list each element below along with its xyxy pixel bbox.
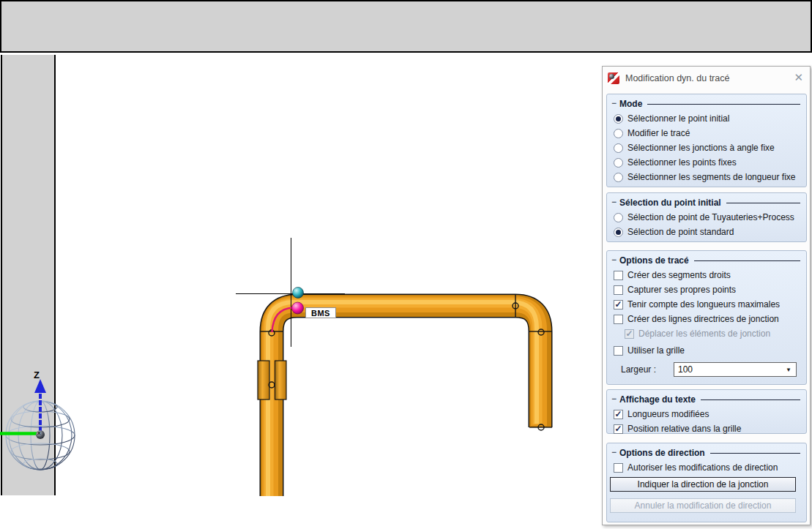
dialog-titlebar[interactable]: Modification dyn. du tracé ✕: [603, 67, 810, 90]
axis-z-label: Z: [34, 369, 40, 380]
indicate-junction-direction-button[interactable]: Indiquer la direction de la jonction: [610, 477, 796, 492]
checkbox-straight-segments[interactable]: ✓ Créer des segments droits: [607, 268, 806, 282]
radio-fixed-length-segments[interactable]: Sélectionner les segments de longueur fi…: [607, 170, 806, 184]
combobox-value: 100: [678, 364, 693, 375]
group-title-rule: [647, 104, 800, 105]
group-title-rule: [694, 260, 800, 261]
orientation-gizmo[interactable]: [0, 379, 75, 470]
group-affichage-texte-header[interactable]: − Affichage du texte: [607, 390, 806, 407]
checkbox-modified-lengths[interactable]: ✓ Longueurs modifiées: [607, 407, 806, 421]
dialog-modification-dyn-trace: Modification dyn. du tracé ✕ − Mode Séle…: [602, 66, 811, 525]
collapse-icon[interactable]: −: [611, 447, 617, 457]
checkbox-icon[interactable]: ✓: [614, 424, 623, 434]
collapse-icon[interactable]: −: [611, 98, 617, 108]
radio-fixed-angle-junctions[interactable]: Sélectionner les jonctions à angle fixe: [607, 140, 806, 155]
group-title-rule: [726, 203, 800, 203]
checkbox-icon[interactable]: ✓: [614, 410, 623, 419]
checkbox-label: Déplacer les éléments de jonction: [638, 329, 770, 339]
group-title-rule: [710, 453, 800, 454]
radio-icon[interactable]: [614, 114, 623, 124]
radio-point-standard[interactable]: Sélection de point standard: [607, 225, 806, 239]
radio-select-initial-point[interactable]: Sélectionner le point initial: [607, 111, 806, 126]
radio-label: Sélectionner les jonctions à angle fixe: [627, 143, 775, 153]
checkbox-icon: ✓: [625, 329, 634, 339]
bms-tooltip-label: BMS: [305, 307, 336, 318]
checkbox-icon[interactable]: ✓: [614, 285, 623, 295]
group-options-direction-header[interactable]: − Options de direction: [607, 443, 806, 460]
largeur-combobox[interactable]: 100 ▼: [674, 362, 797, 377]
pipe-run[interactable]: [268, 302, 540, 496]
width-label: Largeur :: [621, 364, 656, 375]
collapse-icon[interactable]: −: [611, 255, 617, 265]
group-title: Options de tracé: [619, 255, 689, 266]
checkbox-relative-grid-position[interactable]: ✓ Position relative dans la grille: [607, 421, 806, 436]
checkbox-capture-own-points[interactable]: ✓ Capturer ses propres points: [607, 282, 806, 297]
cancel-direction-change-button: Annuler la modification de direction: [610, 498, 796, 513]
checkbox-label: Capturer ses propres points: [627, 285, 736, 295]
radio-modify-route[interactable]: Modifier le tracé: [607, 126, 806, 140]
checkbox-label: Tenir compte des longueurs maximales: [627, 299, 780, 309]
radio-label: Sélectionner les segments de longueur fi…: [627, 172, 795, 182]
checkbox-use-grid[interactable]: ✓ Utiliser la grille: [607, 343, 806, 358]
radio-fixed-points[interactable]: Sélectionner les points fixes: [607, 155, 806, 170]
checkbox-label: Créer des segments droits: [627, 270, 731, 280]
checkbox-junction-guidelines[interactable]: ✓ Créer des lignes directrices de joncti…: [607, 312, 806, 326]
radio-icon[interactable]: [614, 129, 623, 138]
checkbox-icon[interactable]: ✓: [614, 300, 623, 309]
checkbox-label: Position relative dans la grille: [627, 424, 741, 434]
group-title: Sélection du point initial: [619, 198, 721, 208]
radio-label: Modifier le tracé: [627, 128, 690, 138]
checkbox-icon[interactable]: ✓: [614, 315, 623, 324]
radio-icon[interactable]: [614, 173, 623, 182]
crosshair-cursor: [236, 238, 345, 347]
group-mode: − Mode Sélectionner le point initial Mod…: [606, 94, 807, 187]
snap-point-sphere-teal[interactable]: [293, 288, 304, 299]
checkbox-label: Longueurs modifiées: [627, 409, 709, 419]
close-icon[interactable]: ✕: [794, 71, 803, 84]
radio-icon[interactable]: [614, 213, 623, 222]
initial-point-sphere-magenta[interactable]: [292, 302, 304, 314]
checkbox-move-junction-elements: ✓ Déplacer les éléments de jonction: [607, 326, 806, 341]
checkbox-allow-direction-changes[interactable]: ✓ Autoriser les modifications de directi…: [607, 460, 806, 475]
radio-point-tuyauteries-process[interactable]: Sélection de point de Tuyauteries+Proces…: [607, 210, 806, 225]
width-row: Largeur : 100 ▼: [607, 362, 806, 377]
radio-label: Sélection de point de Tuyauteries+Proces…: [627, 212, 794, 222]
checkbox-icon[interactable]: ✓: [614, 346, 623, 356]
checkbox-icon[interactable]: ✓: [614, 271, 623, 280]
group-title-rule: [701, 399, 800, 400]
group-point-initial: − Sélection du point initial Sélection d…: [606, 192, 807, 242]
dialog-title: Modification dyn. du tracé: [625, 73, 729, 83]
radio-label: Sélectionner le point initial: [627, 113, 729, 124]
checkbox-max-lengths[interactable]: ✓ Tenir compte des longueurs maximales: [607, 297, 806, 312]
group-options-direction: − Options de direction ✓ Autoriser les m…: [606, 443, 807, 522]
group-mode-header[interactable]: − Mode: [607, 94, 806, 111]
checkbox-label: Utiliser la grille: [627, 345, 685, 356]
collapse-icon[interactable]: −: [611, 394, 617, 404]
group-title: Options de direction: [619, 448, 705, 458]
checkbox-label: Autoriser les modifications de direction: [627, 462, 778, 473]
group-options-trace-header[interactable]: − Options de tracé: [607, 251, 806, 268]
checkbox-label: Créer des lignes directrices de jonction: [627, 314, 779, 324]
checkbox-icon[interactable]: ✓: [614, 463, 623, 473]
radio-label: Sélectionner les points fixes: [627, 157, 737, 168]
group-affichage-texte: − Affichage du texte ✓ Longueurs modifié…: [606, 389, 807, 434]
route-modification-icon: [608, 72, 619, 84]
group-title: Mode: [619, 99, 642, 109]
radio-icon[interactable]: [614, 158, 623, 168]
group-options-trace: − Options de tracé ✓ Créer des segments …: [606, 250, 807, 385]
radio-label: Sélection de point standard: [627, 227, 734, 237]
radio-icon[interactable]: [614, 228, 623, 237]
radio-icon[interactable]: [614, 143, 623, 153]
group-title: Affichage du texte: [619, 394, 696, 405]
collapse-icon[interactable]: −: [611, 197, 617, 207]
axis-x-label: x: [37, 429, 40, 436]
axis-z-arrow: [34, 379, 46, 432]
group-point-initial-header[interactable]: − Sélection du point initial: [607, 193, 806, 210]
chevron-down-icon[interactable]: ▼: [786, 367, 791, 373]
